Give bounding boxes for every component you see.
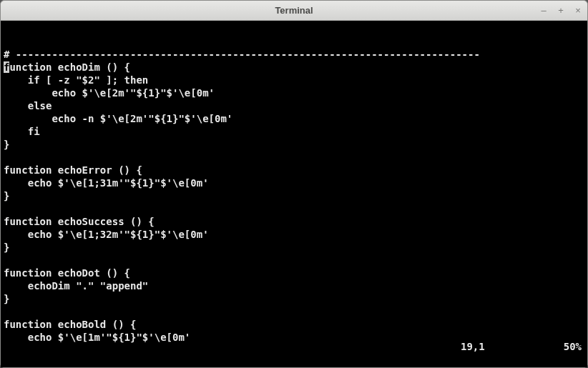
- terminal-line: [4, 305, 584, 318]
- window-title: Terminal: [275, 5, 313, 16]
- terminal-body[interactable]: # --------------------------------------…: [1, 21, 587, 367]
- terminal-line: [4, 151, 584, 164]
- terminal-line: echoDim "." "append": [4, 279, 584, 292]
- terminal-line: }: [4, 241, 584, 254]
- terminal-line: if [ -z "$2" ]; then: [4, 74, 584, 86]
- terminal-window: Terminal – + × # -----------------------…: [0, 0, 588, 368]
- terminal-line: function echoError () {: [4, 164, 584, 176]
- terminal-line: function echoDim () {: [4, 61, 584, 74]
- terminal-line: echo $'\e[1;31m'"${1}"$'\e[0m': [4, 176, 584, 189]
- terminal-line: }: [4, 189, 584, 202]
- terminal-line: function echoSuccess () {: [4, 215, 584, 228]
- terminal-line: else: [4, 99, 584, 112]
- close-button[interactable]: ×: [573, 6, 583, 16]
- terminal-line: }: [4, 292, 584, 305]
- terminal-line: fi: [4, 125, 584, 138]
- vim-status-line: 19,150%: [424, 327, 582, 366]
- terminal-line: echo $'\e[2m'"${1}"$'\e[0m': [4, 86, 584, 99]
- maximize-button[interactable]: +: [556, 6, 566, 16]
- terminal-line: [4, 202, 584, 215]
- window-controls: – + ×: [539, 1, 583, 20]
- terminal-line: echo $'\e[1;32m'"${1}"$'\e[0m': [4, 228, 584, 241]
- terminal-line: # --------------------------------------…: [4, 48, 584, 61]
- terminal-line: }: [4, 138, 584, 151]
- minimize-button[interactable]: –: [539, 6, 549, 16]
- cursor-position: 19,1: [461, 340, 485, 353]
- terminal-content: # --------------------------------------…: [4, 48, 584, 344]
- scroll-percent: 50%: [564, 340, 582, 353]
- titlebar: Terminal – + ×: [1, 1, 587, 21]
- terminal-line: [4, 254, 584, 267]
- cursor: f: [4, 61, 9, 73]
- terminal-line: echo -n $'\e[2m'"${1}"$'\e[0m': [4, 112, 584, 125]
- terminal-line: function echoDot () {: [4, 267, 584, 279]
